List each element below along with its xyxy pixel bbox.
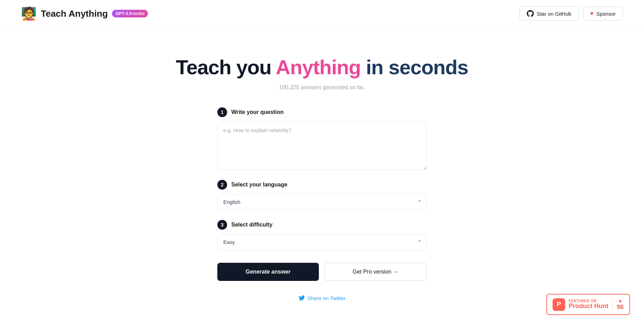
step3-section: 3 Select difficulty Easy Medium Hard ⌃	[217, 220, 427, 250]
step3-badge: 3	[217, 220, 227, 230]
hero-title-teach: Teach you	[176, 56, 276, 78]
step1-badge: 1	[217, 107, 227, 117]
twitter-icon	[299, 295, 305, 301]
pro-version-button[interactable]: Get Pro version →	[324, 263, 427, 281]
step3-label: 3 Select difficulty	[217, 220, 427, 230]
twitter-share-label: Share on Twitter	[308, 295, 346, 301]
ph-product-hunt-label: Product Hunt	[569, 303, 609, 310]
step2-label-text: Select your language	[231, 182, 287, 188]
hero-title-anything: Anything	[276, 56, 361, 78]
ph-logo: P	[553, 298, 565, 311]
header-actions: Star on GitHub ♥ Sponsor	[519, 6, 623, 21]
ph-votes-area: ▲ 96	[612, 298, 624, 311]
logo-title: Teach Anything	[41, 8, 108, 19]
github-button[interactable]: Star on GitHub	[519, 6, 578, 21]
step1-label-text: Write your question	[231, 109, 284, 115]
difficulty-select[interactable]: Easy Medium Hard	[217, 234, 427, 250]
twitter-share-link[interactable]: Share on Twitter	[217, 295, 427, 301]
language-select[interactable]: English Spanish French German Japanese C…	[217, 194, 427, 210]
difficulty-select-wrapper: Easy Medium Hard ⌃	[217, 234, 427, 250]
logo-emoji: 🧑‍🏫	[21, 7, 37, 20]
ph-upvote-arrow: ▲	[618, 298, 623, 303]
step2-badge: 2	[217, 180, 227, 190]
sponsor-button[interactable]: ♥ Sponsor	[583, 7, 623, 21]
hero-title: Teach you Anything in seconds	[176, 55, 468, 79]
language-select-wrapper: English Spanish French German Japanese C…	[217, 194, 427, 210]
github-icon	[527, 10, 534, 17]
step2-label: 2 Select your language	[217, 180, 427, 190]
step2-section: 2 Select your language English Spanish F…	[217, 180, 427, 210]
gpt-badge: GPT-3.5-turbo	[112, 10, 148, 17]
action-buttons: Generate answer Get Pro version →	[217, 263, 427, 281]
logo-area: 🧑‍🏫 Teach Anything GPT-3.5-turbo	[21, 7, 148, 20]
step3-label-text: Select difficulty	[231, 222, 272, 228]
step1-label: 1 Write your question	[217, 107, 427, 117]
heart-icon: ♥	[590, 10, 594, 17]
header: 🧑‍🏫 Teach Anything GPT-3.5-turbo Star on…	[0, 0, 644, 28]
sponsor-label: Sponsor	[596, 11, 616, 17]
question-textarea[interactable]	[217, 121, 427, 170]
step1-section: 1 Write your question	[217, 107, 427, 170]
form-container: 1 Write your question 2 Select your lang…	[217, 107, 427, 301]
hero-subtitle: 100,225 answers generated so far.	[279, 84, 365, 91]
github-label: Star on GitHub	[537, 11, 571, 17]
ph-vote-count: 96	[617, 304, 624, 311]
generate-button[interactable]: Generate answer	[217, 263, 319, 281]
main-content: Teach you Anything in seconds 100,225 an…	[0, 28, 644, 322]
product-hunt-badge[interactable]: P FEATURED ON Product Hunt ▲ 96	[546, 294, 630, 315]
hero-title-rest: in seconds	[361, 56, 468, 78]
ph-text-area: FEATURED ON Product Hunt	[569, 299, 609, 310]
